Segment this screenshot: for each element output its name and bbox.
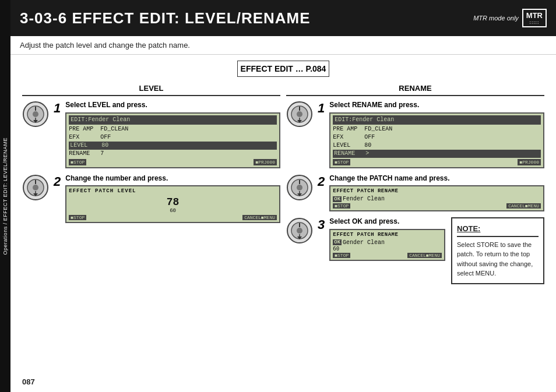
rename-step-2-lcd: EFFECT PATCH RENAME OK Fender Clean ■STO… bbox=[329, 185, 544, 211]
rename-step-3-desc: Select OK and press. bbox=[329, 217, 445, 227]
note-box: NOTE: Select STORE to save the patch. To… bbox=[451, 217, 544, 284]
rename-step-2-num: 2 bbox=[318, 175, 325, 188]
lcd1-row2: LEVEL 80 bbox=[69, 142, 277, 150]
rename-step-2-content: Change the PATCH name and press. EFFECT … bbox=[329, 174, 544, 212]
mtr-dots: ::::: bbox=[526, 20, 543, 25]
mtr-box: MTR ::::: bbox=[522, 9, 547, 27]
lcd3-prj: ■PRJ000 bbox=[518, 159, 541, 165]
lcd5-ok: OK bbox=[333, 239, 342, 245]
rename-step-1-content: Select RENAME and press. EDIT:Fender Cle… bbox=[329, 101, 544, 168]
note-text: Select STORE to save the patch. To retur… bbox=[457, 240, 539, 278]
lcd4-cancel: CANCEL■MENU bbox=[506, 203, 541, 209]
content-area: EFFECT EDIT … P.084 LEVEL bbox=[10, 55, 556, 290]
rename-step-3-lcd: EFFECT PATCH RENAME OK Gender Clean 60 ■… bbox=[329, 229, 445, 261]
lcd3-row2: LEVEL 80 bbox=[333, 142, 541, 150]
lcd1-footer: ■STOP ■PRJ000 bbox=[69, 159, 277, 165]
level-step-2: 2 Change the number and press. EFFECT PA… bbox=[22, 174, 280, 224]
dial-icon-1 bbox=[22, 101, 49, 128]
rename-step-1-num: 1 bbox=[318, 102, 325, 115]
mtr-main-text: MTR bbox=[526, 11, 543, 20]
lcd5-footer: ■STOP CANCEL■MENU bbox=[333, 253, 442, 258]
effect-edit-bar: EFFECT EDIT … P.084 bbox=[237, 61, 330, 77]
svg-point-14 bbox=[297, 111, 302, 117]
lcd4-text: Fender Clean bbox=[343, 196, 385, 202]
lcd5-cursor-row: 60 bbox=[333, 246, 442, 252]
lcd2-num: 78 bbox=[69, 196, 277, 208]
level-step-1: 1 Select LEVEL and press. EDIT:Fender Cl… bbox=[22, 101, 280, 168]
rename-column-header: RENAME bbox=[286, 84, 544, 96]
lcd3-stop: ■STOP bbox=[333, 159, 350, 165]
lcd2-stop: ■STOP bbox=[69, 215, 86, 220]
level-step-1-lcd: EDIT:Fender Clean PRE AMP FD_CLEAN EFX O… bbox=[65, 112, 280, 168]
rename-step-3-content: Select OK and press. EFFECT PATCH RENAME… bbox=[329, 217, 445, 261]
dial-icon-5 bbox=[286, 217, 313, 244]
lcd1-stop: ■STOP bbox=[69, 159, 86, 165]
note-title: NOTE: bbox=[457, 223, 539, 237]
svg-point-26 bbox=[297, 228, 302, 234]
lcd4-stop: ■STOP bbox=[333, 203, 350, 209]
level-step-1-desc: Select LEVEL and press. bbox=[65, 101, 280, 110]
level-column-header: LEVEL bbox=[22, 84, 280, 96]
lcd4-value: OK Fender Clean bbox=[333, 196, 541, 202]
lcd3-row1: EFX OFF bbox=[333, 133, 541, 142]
dial-icon-3 bbox=[286, 101, 313, 128]
lcd2-title: EFFECT PATCH LEVEL bbox=[69, 188, 277, 194]
lcd3-title: EDIT:Fender Clean bbox=[333, 115, 541, 125]
rename-step-2-desc: Change the PATCH name and press. bbox=[329, 174, 544, 183]
svg-point-8 bbox=[33, 185, 38, 190]
level-step-2-num: 2 bbox=[54, 175, 61, 188]
level-step-2-desc: Change the number and press. bbox=[65, 174, 280, 183]
lcd3-row0: PRE AMP FD_CLEAN bbox=[333, 125, 541, 133]
two-column-layout: LEVEL 1 Select LEVEL and bbox=[22, 84, 544, 284]
rename-step-3-wrapper: 3 Select OK and press. EFFECT PATCH RENA… bbox=[286, 217, 445, 267]
lcd5-value: OK Gender Clean bbox=[333, 239, 442, 246]
page-header: 3-03-6 EFFECT EDIT: LEVEL/RENAME MTR mod… bbox=[10, 0, 556, 36]
lcd3-row3: RENAME > bbox=[333, 150, 541, 158]
svg-point-2 bbox=[33, 111, 38, 117]
subtitle: Adjust the patch level and change the pa… bbox=[10, 36, 556, 55]
rename-step-2: 2 Change the PATCH name and press. EFFEC… bbox=[286, 174, 544, 212]
lcd1-title: EDIT:Fender Clean bbox=[69, 115, 277, 125]
sidebar: Operations / EFFECT EDIT: LEVEL/RENAME bbox=[0, 0, 10, 392]
page-title: 3-03-6 EFFECT EDIT: LEVEL/RENAME bbox=[20, 9, 311, 27]
lcd4-ok: OK bbox=[333, 196, 342, 202]
svg-point-20 bbox=[297, 185, 302, 190]
lcd5-stop: ■STOP bbox=[333, 253, 350, 258]
level-step-1-content: Select LEVEL and press. EDIT:Fender Clea… bbox=[65, 101, 280, 168]
rename-step-3-num: 3 bbox=[318, 218, 325, 231]
lcd3-footer: ■STOP ■PRJ000 bbox=[333, 159, 541, 165]
lcd2-footer: ■STOP CANCEL■MENU bbox=[69, 215, 277, 220]
page-number: 087 bbox=[22, 377, 35, 386]
lcd5-title: EFFECT PATCH RENAME bbox=[333, 232, 442, 238]
level-column: LEVEL 1 Select LEVEL and bbox=[22, 84, 280, 284]
mtr-badge: MTR mode only MTR ::::: bbox=[473, 9, 547, 27]
mtr-mode-label: MTR mode only bbox=[473, 15, 519, 22]
dial-icon-2 bbox=[22, 174, 49, 201]
main-content: 3-03-6 EFFECT EDIT: LEVEL/RENAME MTR mod… bbox=[10, 0, 556, 392]
lcd5-cancel: CANCEL■MENU bbox=[407, 253, 442, 258]
lcd2-small: 60 bbox=[69, 208, 277, 214]
lcd4-footer: ■STOP CANCEL■MENU bbox=[333, 203, 541, 209]
rename-step-3: 3 Select OK and press. EFFECT PATCH RENA… bbox=[286, 217, 445, 261]
rename-step-1: 1 Select RENAME and press. EDIT:Fender C… bbox=[286, 101, 544, 168]
level-step-1-num: 1 bbox=[54, 102, 61, 115]
lcd1-row0: PRE AMP FD_CLEAN bbox=[69, 125, 277, 133]
lcd1-prj: ■PRJ000 bbox=[254, 159, 277, 165]
lcd1-row1: EFX OFF bbox=[69, 133, 277, 142]
lcd1-row3: RENAME 7 bbox=[69, 150, 277, 158]
lcd4-title: EFFECT PATCH RENAME bbox=[333, 188, 541, 194]
dial-icon-4 bbox=[286, 174, 313, 201]
lcd2-cancel: CANCEL■MENU bbox=[242, 215, 277, 220]
level-step-2-lcd: EFFECT PATCH LEVEL 78 60 ■STOP CANCEL■ME… bbox=[65, 185, 280, 223]
lcd5-text: Gender Clean bbox=[343, 239, 385, 246]
rename-step-1-lcd: EDIT:Fender Clean PRE AMP FD_CLEAN EFX O… bbox=[329, 112, 544, 168]
sidebar-label: Operations / EFFECT EDIT: LEVEL/RENAME bbox=[2, 137, 8, 255]
level-step-2-content: Change the number and press. EFFECT PATC… bbox=[65, 174, 280, 224]
rename-column: RENAME 1 Select RENAME and press. bbox=[286, 84, 544, 284]
rename-step-3-note-row: 3 Select OK and press. EFFECT PATCH RENA… bbox=[286, 217, 544, 284]
rename-step-1-desc: Select RENAME and press. bbox=[329, 101, 544, 110]
